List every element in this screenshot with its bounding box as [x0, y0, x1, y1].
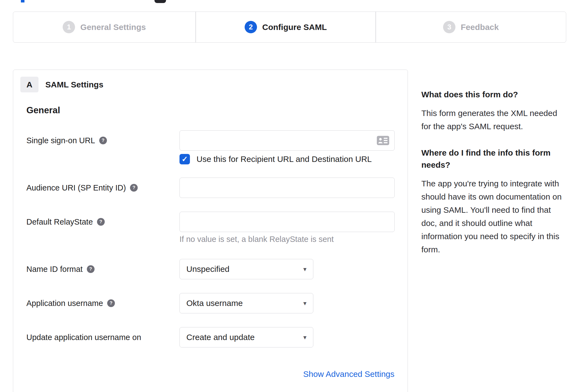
help-icon-audience-uri[interactable]: ?: [130, 184, 138, 192]
label-text: Single sign-on URL: [26, 136, 95, 145]
show-advanced-settings-link[interactable]: Show Advanced Settings: [303, 369, 394, 379]
label-update-application-username: Update application username on: [26, 327, 141, 347]
label-text: Audience URI (SP Entity ID): [26, 183, 126, 192]
saml-settings-card: A SAML Settings General Single sign-on U…: [13, 70, 408, 392]
label-single-sign-on-url: Single sign-on URL ?: [26, 130, 107, 151]
recipient-url-checkbox[interactable]: ✓: [179, 154, 190, 164]
step-configure-saml[interactable]: 2 Configure SAML: [196, 12, 375, 42]
label-default-relaystate: Default RelayState ?: [26, 212, 105, 232]
label-text: Default RelayState: [26, 217, 93, 227]
help-icon-default-relaystate[interactable]: ?: [97, 218, 105, 226]
select-value: Okta username: [186, 299, 243, 308]
help-heading-where: Where do I find the info this form needs…: [421, 147, 570, 171]
help-icon-single-sign-on-url[interactable]: ?: [99, 137, 107, 144]
step-number-badge: 2: [245, 21, 257, 33]
label-name-id-format: Name ID format ?: [26, 259, 95, 279]
cutoff-dark-fragment: [154, 0, 166, 3]
step-label: General Settings: [80, 23, 146, 32]
audience-uri-input[interactable]: [179, 178, 395, 198]
select-value: Create and update: [186, 333, 255, 342]
help-heading-what: What does this form do?: [421, 89, 570, 101]
cutoff-blue-fragment: [21, 0, 24, 2]
step-label: Feedback: [461, 23, 499, 32]
default-relaystate-input[interactable]: [179, 212, 395, 232]
single-sign-on-url-field-wrap: [179, 130, 395, 151]
section-badge: A: [20, 77, 38, 92]
application-username-select[interactable]: Okta username ▾: [179, 293, 313, 313]
help-icon-name-id-format[interactable]: ?: [87, 265, 95, 273]
chevron-down-icon: ▾: [303, 266, 306, 273]
single-sign-on-url-input[interactable]: [179, 130, 395, 151]
label-text: Name ID format: [26, 265, 83, 274]
step-number-badge: 3: [443, 21, 455, 33]
step-feedback[interactable]: 3 Feedback: [376, 12, 566, 42]
select-value: Unspecified: [186, 264, 230, 274]
name-id-format-select[interactable]: Unspecified ▾: [179, 259, 313, 279]
help-body-where: The app you're trying to integrate with …: [421, 177, 570, 256]
step-label: Configure SAML: [262, 23, 327, 32]
section-title: SAML Settings: [45, 77, 103, 92]
step-general-settings[interactable]: 1 General Settings: [13, 12, 195, 42]
help-icon-application-username[interactable]: ?: [107, 299, 115, 307]
label-text: Application username: [26, 299, 103, 308]
help-body-what: This form generates the XML needed for t…: [421, 107, 570, 133]
wizard-stepper: 1 General Settings 2 Configure SAML 3 Fe…: [13, 12, 566, 43]
configure-saml-page: { "page": { "accent_color": "#1662dd", "…: [0, 0, 575, 392]
step-number-badge: 1: [63, 21, 75, 33]
relaystate-helper-text: If no value is set, a blank RelayState i…: [179, 235, 334, 244]
label-audience-uri: Audience URI (SP Entity ID) ?: [26, 178, 138, 198]
label-text: Update application username on: [26, 333, 141, 342]
recipient-url-checkbox-row: ✓ Use this for Recipient URL and Destina…: [179, 154, 372, 164]
chevron-down-icon: ▾: [303, 334, 306, 341]
general-group-heading: General: [26, 105, 60, 115]
help-panel: What does this form do? This form genera…: [421, 89, 570, 270]
contact-autofill-icon[interactable]: [377, 136, 389, 145]
recipient-url-checkbox-label: Use this for Recipient URL and Destinati…: [197, 154, 372, 164]
update-application-username-select[interactable]: Create and update ▾: [179, 327, 313, 347]
label-application-username: Application username ?: [26, 293, 115, 313]
chevron-down-icon: ▾: [303, 300, 306, 307]
